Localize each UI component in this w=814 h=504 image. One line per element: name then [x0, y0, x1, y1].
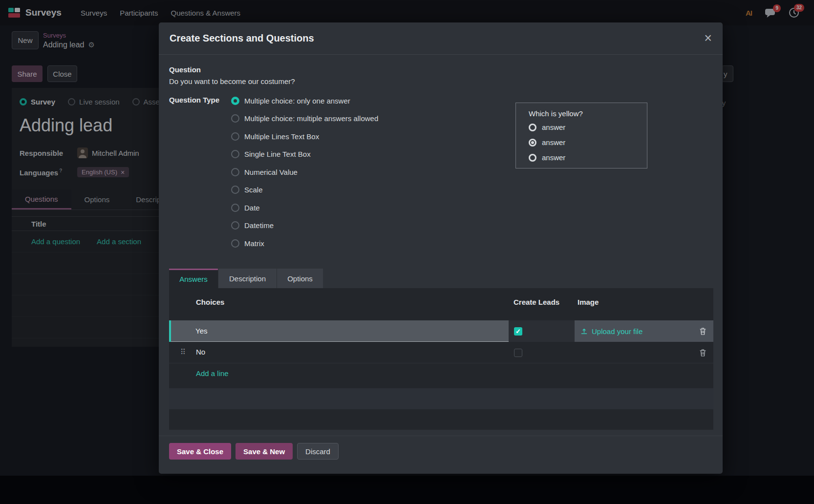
- check-icon: ✓: [515, 328, 521, 335]
- preview-answer-label: answer: [542, 123, 565, 131]
- question-type-option[interactable]: Matrix: [231, 234, 378, 252]
- question-type-option-label: Matrix: [244, 239, 264, 248]
- radio-selected-icon: [231, 97, 239, 105]
- radio-icon: [231, 114, 239, 123]
- question-type-option[interactable]: Datetime: [231, 217, 378, 235]
- preview-answer: answer: [529, 150, 634, 165]
- dialog-footer: Save & Close Save & New Discard: [159, 436, 723, 474]
- add-line-row: Add a line: [169, 363, 713, 383]
- create-leads-checkbox[interactable]: ✓: [514, 327, 522, 336]
- save-new-button[interactable]: Save & New: [236, 443, 293, 460]
- question-type-preview: Which is yellow? answer answer answer: [515, 103, 647, 168]
- discard-button[interactable]: Discard: [297, 443, 339, 460]
- dialog-notebook-tabs: Answers Description Options: [169, 269, 323, 288]
- question-type-option-label: Multiple Lines Text Box: [244, 132, 319, 141]
- radio-icon: [231, 150, 239, 158]
- question-type-option-label: Multiple choice: multiple answers allowe…: [244, 114, 378, 123]
- answer-row-selected: Yes ✓ Upload your file: [169, 320, 713, 342]
- tab-options[interactable]: Options: [277, 269, 323, 288]
- question-type-option[interactable]: Multiple choice: multiple answers allowe…: [231, 110, 378, 128]
- radio-icon: [231, 204, 239, 212]
- radio-icon: [231, 168, 239, 176]
- choices-column-header: Choices: [196, 298, 224, 306]
- dialog-header: Create Sections and Questions ×: [159, 22, 723, 55]
- question-type-option-label: Numerical Value: [244, 168, 298, 176]
- choice-input[interactable]: Yes: [171, 320, 509, 342]
- preview-answer: answer: [529, 120, 634, 135]
- question-type-option[interactable]: Numerical Value: [231, 163, 378, 181]
- radio-selected-icon: [529, 139, 536, 147]
- tab-label: Description: [229, 274, 266, 283]
- radio-icon: [231, 239, 239, 248]
- radio-icon: [529, 154, 536, 162]
- question-type-option[interactable]: Scale: [231, 181, 378, 199]
- question-type-option[interactable]: Single Line Text Box: [231, 146, 378, 164]
- upload-file-button[interactable]: Upload your file: [592, 327, 643, 336]
- choice-input[interactable]: No: [196, 348, 205, 356]
- create-leads-cell: ✓: [509, 320, 575, 342]
- answers-table-header: Choices Create Leads Image: [169, 298, 713, 313]
- radio-icon: [529, 124, 536, 131]
- delete-row-icon[interactable]: [699, 327, 707, 335]
- question-type-label: Question Type: [169, 96, 219, 104]
- question-label: Question: [169, 65, 201, 74]
- question-type-list: Multiple choice: only one answer Multipl…: [231, 92, 378, 252]
- preview-question: Which is yellow?: [529, 109, 634, 118]
- question-type-option-label: Multiple choice: only one answer: [244, 97, 350, 105]
- answer-row: ⠿ No: [169, 342, 713, 363]
- question-type-option-label: Datetime: [244, 221, 274, 230]
- radio-icon: [231, 186, 239, 194]
- preview-answer-label: answer: [542, 138, 565, 147]
- close-icon[interactable]: ×: [704, 32, 712, 45]
- delete-row-icon[interactable]: [699, 349, 707, 357]
- radio-icon: [231, 221, 239, 230]
- question-input[interactable]: Do you want to become our costumer?: [169, 77, 364, 85]
- question-type-option-label: Date: [244, 204, 260, 212]
- create-leads-column-header: Create Leads: [514, 298, 559, 306]
- upload-icon: [580, 328, 588, 335]
- question-type-option-label: Scale: [244, 186, 263, 194]
- create-question-dialog: Create Sections and Questions × Question…: [159, 22, 723, 474]
- create-leads-checkbox[interactable]: [514, 349, 522, 357]
- answers-panel: Choices Create Leads Image Yes ✓: [169, 288, 713, 430]
- empty-strip: [169, 388, 713, 409]
- choice-value: Yes: [195, 327, 207, 335]
- preview-answer-label: answer: [542, 153, 565, 162]
- dialog-title: Create Sections and Questions: [170, 33, 314, 44]
- tab-label: Options: [287, 274, 313, 283]
- question-type-option[interactable]: Date: [231, 199, 378, 217]
- tab-description[interactable]: Description: [218, 269, 277, 288]
- save-close-button[interactable]: Save & Close: [169, 443, 231, 460]
- tab-label: Answers: [179, 275, 208, 283]
- preview-answer: answer: [529, 135, 634, 150]
- tab-answers[interactable]: Answers: [169, 269, 218, 288]
- image-column-header: Image: [578, 298, 599, 306]
- radio-icon: [231, 132, 239, 141]
- add-line-link[interactable]: Add a line: [196, 369, 229, 378]
- drag-handle-icon[interactable]: ⠿: [180, 348, 186, 357]
- create-leads-cell: [509, 342, 575, 363]
- question-type-option-label: Single Line Text Box: [244, 150, 311, 158]
- question-type-option[interactable]: Multiple Lines Text Box: [231, 127, 378, 146]
- image-cell: Upload your file: [575, 320, 713, 342]
- surveys-app-screen: Surveys Surveys Participants Questions &…: [0, 0, 814, 504]
- question-type-option[interactable]: Multiple choice: only one answer: [231, 92, 378, 110]
